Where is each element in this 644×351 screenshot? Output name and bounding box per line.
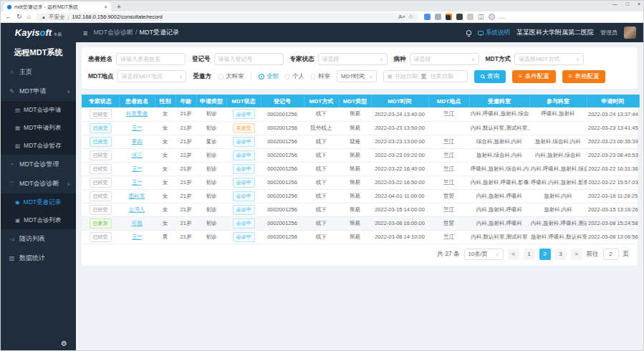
goto-suffix: 页: [623, 250, 630, 259]
patient-name-link[interactable]: 台湾人: [129, 206, 145, 213]
notification-bell-icon[interactable]: [466, 30, 471, 35]
collapse-menu-icon[interactable]: ≡: [83, 29, 87, 37]
search-button[interactable]: 查询: [474, 70, 506, 83]
sidebar-subitem[interactable]: ▧MDT会诊暂存: [1, 137, 76, 155]
record-icon: ◉: [15, 199, 20, 206]
invited-radio[interactable]: 科室: [310, 72, 330, 81]
logo: Kayisoft 卡易: [1, 27, 76, 38]
user-avatar[interactable]: [624, 27, 636, 39]
table-row: 已转交台湾人女21岁初诊会诊中0002001256线下简易2022-03-15 …: [82, 203, 639, 216]
apply-type-cell: 初诊: [196, 121, 226, 135]
patient-name-link[interactable]: 王**: [132, 125, 141, 131]
filter-field: MDT方式请选择MDT方式∨: [486, 53, 584, 65]
patient-name-link[interactable]: 李四: [132, 138, 143, 145]
profile-icon[interactable]: [489, 14, 495, 20]
reg-no-cell: 0002001256: [261, 135, 304, 148]
patient-name-link[interactable]: 王**: [132, 234, 141, 240]
invited-depts-cell: 放射科,综合科,内科: [469, 148, 529, 162]
status-badge: 会诊中: [233, 178, 255, 188]
patient-name-link[interactable]: 科室受邀: [126, 110, 148, 117]
sidebar-item-label: 随访列表: [19, 234, 45, 244]
back-icon[interactable]: ←: [5, 14, 11, 20]
system-help-link[interactable]: 系统说明: [478, 29, 510, 37]
extension-5-icon[interactable]: [467, 14, 474, 20]
sidebar-item[interactable]: ⌂主页: [1, 62, 76, 82]
extension-1-icon[interactable]: [424, 14, 431, 20]
favorite-icon[interactable]: ☆: [408, 14, 413, 20]
read-aloud-icon[interactable]: A»: [398, 14, 405, 20]
patient-name-cell: 王**: [119, 162, 155, 176]
patient-name-link[interactable]: 张三: [132, 152, 143, 158]
age-cell: 21岁: [176, 107, 196, 121]
mdt-place-cell: 兰江: [428, 230, 469, 244]
browser-tab[interactable]: mdt受邀记录 - 远程MDT系统 ×: [4, 2, 111, 11]
tab-close-icon[interactable]: ×: [104, 4, 107, 10]
apply-type-cell: 初诊: [196, 176, 226, 189]
sidebar-subitem[interactable]: ▣MDT会诊列表: [1, 211, 76, 229]
status-badge: 已转交: [90, 232, 112, 242]
patient-name-link[interactable]: 图科室: [129, 193, 145, 199]
filter-label: 病种: [394, 55, 406, 64]
mdt-status-cell: 会诊中: [226, 230, 261, 244]
table-row: 已转交王**女21岁初诊会诊中0002001256线下简易2022-03-22 …: [82, 176, 639, 189]
sidebar-subitem[interactable]: ◉MDT受邀记录: [1, 193, 76, 211]
settings-gear-icon[interactable]: ⚙: [61, 340, 67, 347]
mdt-type-cell: 疑难: [339, 135, 371, 148]
sidebar-item-label: MDT会诊管理: [19, 160, 59, 169]
mdt-status-cell: 未接受: [226, 121, 261, 135]
extension-2-icon[interactable]: [435, 14, 441, 20]
window-close-button[interactable]: ×: [638, 1, 640, 6]
split-screen-icon[interactable]: ◫: [478, 14, 484, 20]
reg-no-cell: 0002001256: [261, 189, 304, 203]
mdt-time-select[interactable]: MDT时间 ∨: [337, 70, 377, 82]
patient-name-link[interactable]: 王**: [132, 179, 141, 186]
sidebar-subitem[interactable]: ▤MDT会诊申请: [1, 101, 76, 119]
window-maximize-button[interactable]: □: [626, 1, 629, 6]
sidebar-item[interactable]: ▥数据统计: [1, 249, 76, 268]
extension-3-icon[interactable]: [446, 14, 452, 20]
page-number-button[interactable]: 3: [555, 249, 567, 260]
browser-menu-icon[interactable]: …: [499, 14, 506, 20]
sidebar-item[interactable]: ◔MDT会诊管理: [1, 155, 76, 174]
patient-name-link[interactable]: 王**: [132, 165, 141, 172]
filter-input[interactable]: [116, 53, 186, 65]
refresh-icon[interactable]: ↻: [16, 14, 22, 20]
record-table: 专家状态患者姓名性别年龄申请类型MDT状态登记号MDT方式MDT类型MDT时间M…: [82, 95, 640, 244]
invited-radio[interactable]: 个人: [284, 72, 304, 81]
window-minimize-button[interactable]: —: [612, 1, 617, 6]
sidebar-item[interactable]: ♡MDT会诊诊断∧: [1, 174, 76, 193]
monitor-icon: [478, 31, 484, 35]
page-number-button[interactable]: 2: [539, 249, 551, 260]
sidebar-item[interactable]: ✎MDT申请∧: [1, 82, 76, 101]
table-config-button[interactable]: ≡ 表格配置: [562, 70, 606, 83]
filter-input-field[interactable]: [120, 56, 181, 62]
new-tab-button[interactable]: +: [111, 2, 127, 11]
filter-input-field[interactable]: [218, 56, 279, 62]
page-size-select[interactable]: 10条/页 ∨: [464, 249, 504, 260]
column-header: MDT地点: [428, 95, 469, 107]
filter-input[interactable]: [214, 53, 284, 65]
extension-4-icon[interactable]: [456, 14, 463, 20]
condition-config-button[interactable]: ≡ 条件配置: [512, 70, 556, 83]
page-number-button[interactable]: 1: [524, 249, 535, 260]
address-bar[interactable]: ▲ 不安全 | 192.168.0.156:9002/consultate/re…: [36, 13, 419, 21]
invited-radio[interactable]: 全部: [259, 72, 279, 81]
filter-select[interactable]: 请选择∨: [318, 53, 388, 65]
sidebar-subitem[interactable]: ▦MDT申请列表: [1, 119, 76, 137]
home-icon[interactable]: ⌂: [27, 14, 31, 20]
prev-page-button[interactable]: <: [508, 249, 519, 260]
mdt-type-cell: 简易: [339, 189, 371, 203]
filter-divider: |: [250, 72, 252, 80]
sidebar-submenu: ▤MDT会诊申请▦MDT申请列表▧MDT会诊暂存: [1, 101, 76, 155]
date-range-picker[interactable]: ▦ 开始日期 至 结束日期: [383, 70, 468, 82]
mdt-place-select[interactable]: 请选择MDT地点 ∨: [117, 70, 186, 82]
next-page-button[interactable]: >: [571, 249, 582, 260]
patient-name-link[interactable]: 可我: [132, 220, 143, 226]
security-warning-text: 不安全: [49, 14, 65, 21]
sidebar-item[interactable]: ◅随访列表: [1, 229, 76, 249]
filter-select[interactable]: 请选择MDT方式∨: [514, 53, 584, 65]
big-dept-checkbox[interactable]: 大科室: [218, 72, 244, 81]
goto-page-input[interactable]: [603, 249, 619, 260]
goto-label: 前往: [587, 250, 599, 259]
filter-select[interactable]: 请选择∨: [410, 53, 479, 65]
